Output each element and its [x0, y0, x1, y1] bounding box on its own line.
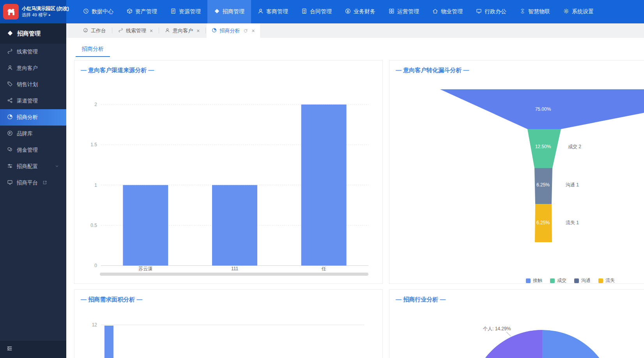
brand-block[interactable]: 小红马演示园区 (勿改) 选择 49 楼宇 ▸ — [0, 0, 66, 23]
user-icon — [258, 8, 264, 15]
legend-label: 沟通 — [581, 277, 591, 284]
nav-item-investment-mgmt[interactable]: 招商管理 — [207, 0, 251, 23]
channel-source-chart-card: — 意向客户渠道来源分析 — 00.511.52苏云潇111任 — [74, 60, 383, 284]
sidebar-item-label: 招商配置 — [17, 163, 38, 170]
sidebar-item-label: 渠道管理 — [17, 97, 38, 105]
legend-item-沟通[interactable]: 沟通 — [574, 277, 591, 284]
main-area: 工作台线索管理×意向客户×招商分析× 招商分析 — 意向客户渠道来源分析 — 0… — [66, 23, 644, 358]
sidebar-item-clue-mgmt[interactable]: 线索管理 — [0, 44, 66, 60]
svg-text:个人: 14.29%: 个人: 14.29% — [483, 326, 511, 331]
sidebar-title: 招商管理 — [0, 23, 66, 44]
tab-investment-analysis[interactable]: 招商分析× — [207, 23, 260, 38]
funnel-legend: 接触成交沟通流失 — [526, 277, 615, 284]
tab-bar: 工作台线索管理×意向客户×招商分析× — [66, 23, 644, 38]
datazoom-scrollbar[interactable] — [100, 273, 368, 276]
red-horse-logo-icon — [3, 4, 19, 19]
grid-icon — [389, 8, 395, 15]
nav-item-asset-mgmt[interactable]: 资产管理 — [120, 0, 164, 23]
sidebar-item-label: 招商分析 — [17, 114, 38, 121]
panel-tab-investment-analysis[interactable]: 招商分析 — [76, 42, 110, 57]
bar[interactable] — [301, 105, 347, 266]
legend-swatch-icon — [598, 278, 603, 283]
home-icon — [432, 8, 438, 15]
sidebar-item-investment-analysis[interactable]: 招商分析 — [0, 109, 66, 126]
nav-item-label: 合同管理 — [310, 8, 332, 15]
svg-text:1: 1 — [94, 183, 97, 188]
channel-source-bar-chart: 00.511.52苏云潇111任 — [74, 60, 382, 284]
nav-item-property-mgmt[interactable]: 物业管理 — [426, 0, 469, 23]
legend-item-成交[interactable]: 成交 — [550, 277, 566, 284]
nav-item-merchant-mgmt[interactable]: 客商管理 — [251, 0, 295, 23]
tab-label: 招商分析 — [219, 27, 240, 34]
nav-item-smart-iot[interactable]: 智慧物联 — [513, 0, 557, 23]
close-icon[interactable]: × — [150, 28, 153, 34]
top-navbar: 小红马演示园区 (勿改) 选择 49 楼宇 ▸ 数据中心资产管理资源管理招商管理… — [0, 0, 644, 23]
nav-item-data-center[interactable]: 数据中心 — [76, 0, 120, 23]
sidebar-item-commission-mgmt[interactable]: 佣金管理 — [0, 142, 66, 158]
park-selector[interactable]: 选择 49 楼宇 ▸ — [22, 12, 69, 18]
close-icon[interactable]: × — [196, 28, 200, 34]
refresh-icon[interactable] — [243, 28, 248, 33]
panel-tabs: 招商分析 — [66, 38, 644, 57]
svg-text:2: 2 — [94, 102, 97, 107]
sidebar-item-label: 招商平台 — [17, 179, 38, 186]
svg-text:6.25%: 6.25% — [536, 182, 550, 188]
sidebar: 招商管理 线索管理意向客户销售计划渠道管理招商分析品牌库佣金管理招商配置招商平台 — [0, 23, 66, 358]
tab-clue-mgmt[interactable]: 线索管理× — [113, 23, 158, 38]
nav-item-admin-office[interactable]: 行政办公 — [469, 0, 513, 23]
sidebar-item-intent-customer[interactable]: 意向客户 — [0, 60, 66, 76]
svg-text:苏云潇: 苏云潇 — [138, 266, 152, 271]
platform-icon — [7, 179, 13, 186]
industry-pie-chart: 个人: 14.29% — [389, 290, 644, 358]
person-icon — [7, 65, 13, 72]
nav-item-contract-mgmt[interactable]: 合同管理 — [295, 0, 338, 23]
tab-label: 工作台 — [91, 27, 106, 34]
nav-item-label: 客商管理 — [266, 8, 288, 15]
legend-item-接触[interactable]: 接触 — [526, 277, 542, 284]
sidebar-item-sales-plan[interactable]: 销售计划 — [0, 76, 66, 93]
sidebar-item-label: 品牌库 — [17, 130, 33, 137]
nav-item-label: 物业管理 — [441, 8, 463, 15]
park-name: 小红马演示园区 (勿改) — [22, 5, 69, 12]
brand-text: 小红马演示园区 (勿改) 选择 49 楼宇 ▸ — [22, 5, 69, 18]
chevron-down-icon — [55, 164, 59, 170]
svg-text:0.5: 0.5 — [90, 223, 97, 228]
gear-icon — [563, 8, 569, 15]
nav-item-business-finance[interactable]: 业务财务 — [338, 0, 382, 23]
svg-text:12.50%: 12.50% — [535, 144, 551, 149]
bar[interactable] — [104, 326, 113, 358]
nav-item-label: 资源管理 — [179, 8, 201, 15]
iot-icon — [520, 8, 525, 15]
demand-area-chart-card: — 招商需求面积分析 — 12 — [74, 289, 383, 358]
legend-item-流失[interactable]: 流失 — [598, 277, 615, 284]
sidebar-item-channel-mgmt[interactable]: 渠道管理 — [0, 93, 66, 109]
tab-separator — [159, 28, 159, 34]
svg-text:111: 111 — [231, 266, 239, 271]
tab-separator — [112, 28, 112, 34]
sidebar-item-investment-platform[interactable]: 招商平台 — [0, 175, 66, 191]
bar[interactable] — [212, 185, 257, 266]
nav-item-label: 资产管理 — [135, 8, 157, 15]
nav-item-system-settings[interactable]: 系统设置 — [557, 0, 600, 23]
finance-icon — [345, 8, 351, 15]
sidebar-item-investment-config[interactable]: 招商配置 — [0, 158, 66, 175]
svg-text:6.25%: 6.25% — [536, 220, 550, 225]
industry-analysis-chart-card: — 招商行业分析 — 个人: 14.29% — [389, 289, 644, 358]
legend-label: 流失 — [605, 277, 615, 284]
external-link-icon — [42, 180, 47, 186]
bar[interactable] — [123, 185, 168, 266]
analysis-icon — [212, 28, 217, 34]
sidebar-title-label: 招商管理 — [17, 30, 41, 37]
sidebar-menu: 线索管理意向客户销售计划渠道管理招商分析品牌库佣金管理招商配置招商平台 — [0, 44, 66, 191]
tab-intent-customer[interactable]: 意向客户× — [160, 23, 205, 38]
tab-workbench[interactable]: 工作台 — [78, 23, 111, 38]
nav-item-resource-mgmt[interactable]: 资源管理 — [164, 0, 207, 23]
sidebar-item-label: 佣金管理 — [17, 147, 38, 154]
close-icon[interactable]: × — [251, 28, 255, 34]
nav-item-operation-mgmt[interactable]: 运营管理 — [382, 0, 426, 23]
dashboard-icon — [83, 28, 88, 34]
sidebar-item-brand-library[interactable]: 品牌库 — [0, 126, 66, 142]
pie-slice[interactable] — [486, 330, 543, 358]
collapse-menu-icon[interactable] — [6, 345, 13, 353]
nav-item-label: 运营管理 — [397, 8, 419, 15]
